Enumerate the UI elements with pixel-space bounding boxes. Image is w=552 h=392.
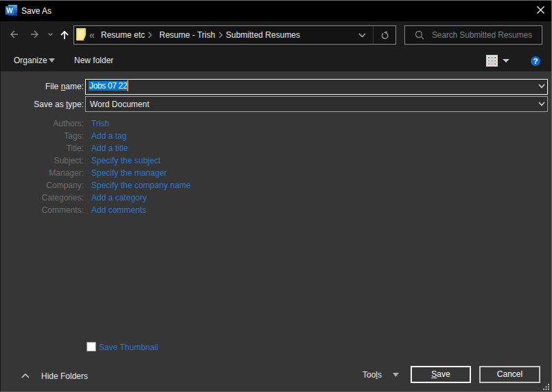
- svg-text:W: W: [6, 7, 13, 14]
- svg-text:?: ?: [533, 57, 538, 65]
